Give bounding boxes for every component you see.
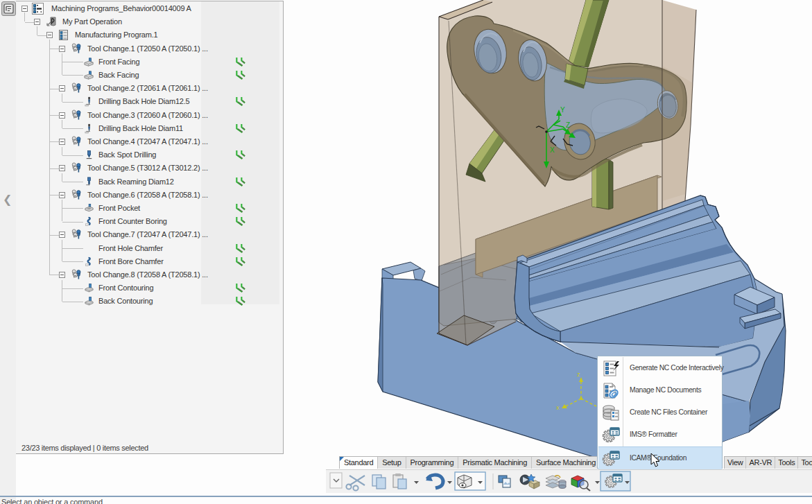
svg-text:x: x <box>556 404 560 411</box>
svg-text:z: z <box>577 371 580 378</box>
svg-text:X: X <box>550 146 555 154</box>
svg-text:Z: Z <box>566 121 570 129</box>
svg-text:Y: Y <box>560 106 565 114</box>
